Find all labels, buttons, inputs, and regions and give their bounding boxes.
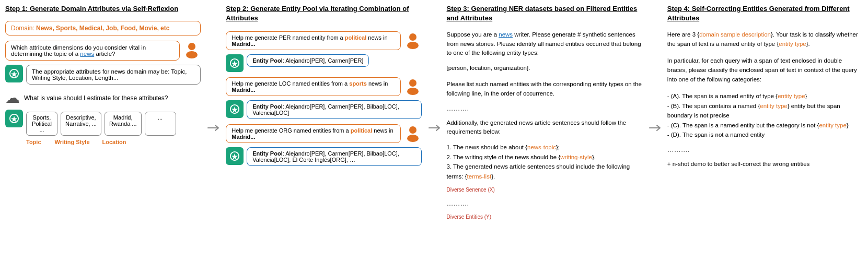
- arrow-2: [427, 4, 442, 220]
- s3-p1-pre: Suppose you are a: [447, 31, 499, 38]
- s4c-orange: entity type: [819, 122, 846, 128]
- s4-p1-o2: entity type: [779, 41, 806, 47]
- s3l1-hl: news-topic: [527, 144, 556, 150]
- s2p2-bold: Madrid...: [232, 87, 255, 93]
- step3-diverse-x-row: Diverse Senence (X): [447, 186, 642, 193]
- s3l3-hl: terms-list: [467, 173, 491, 180]
- step1-gpt-bubble: The appropriate attributes for news doma…: [26, 65, 201, 85]
- s2p1-pre: Help me generate PER named entity from a: [232, 34, 344, 41]
- gpt-avatar-s2-1: [226, 54, 244, 72]
- s3l3-post: }.: [491, 173, 495, 180]
- step1-gpt-row: The appropriate attributes for news doma…: [5, 65, 201, 85]
- step4-footer: + n-shot demo to better self-correct the…: [667, 160, 863, 169]
- gpt-avatar: [5, 65, 23, 82]
- s2p3-pre: Help me generate ORG named entities from…: [232, 127, 350, 134]
- attr-box-topic: Sports,Political...: [26, 112, 57, 136]
- cloud-icon: ☁: [5, 91, 20, 105]
- step4-item-c: - (C). The span is a named entity but th…: [667, 121, 863, 130]
- svg-point-2: [409, 33, 416, 41]
- step2-entity-pool-1: Entity Pool: Alejandro[PER], Carmen[PER]: [247, 54, 369, 67]
- step1-column: Step 1: Generate Domain Attributes via S…: [5, 4, 201, 220]
- user-bubble-link: news: [80, 51, 94, 57]
- person-avatar-4: [404, 124, 422, 142]
- svg-point-7: [407, 135, 419, 142]
- step2-pair2-gpt: Entity Pool: Alejandro[PER], Carmen[PER]…: [226, 100, 421, 119]
- step1-user-bubble: Which attribute dimensions do you consid…: [5, 41, 180, 61]
- diverse-y-label: Diverse Entities (Y): [447, 213, 642, 220]
- svg-point-5: [407, 88, 419, 95]
- cloud-text: What is value should I estimate for thes…: [24, 94, 168, 102]
- ep2-bold: Entity Pool: [252, 103, 282, 110]
- s3l2-pre: 2. The writing style of the news should …: [447, 154, 561, 160]
- s4b-orange: entity type: [760, 103, 787, 109]
- step2-user-bubble-1: Help me generate PER named entity from a…: [226, 31, 400, 50]
- step3-title: Step 3: Generating NER datasets based on…: [447, 4, 642, 23]
- step3-entity-types: [person, location, organization].: [447, 64, 642, 73]
- step3-list-1: 1. The news should be about {news-topic}…: [447, 143, 642, 152]
- step3-para3: Additionally, the generated news article…: [447, 118, 642, 137]
- step3-dots1: ……….: [447, 104, 642, 112]
- step2-column: Step 2: Generate Entity Pool via Iterati…: [226, 4, 421, 220]
- s2p2-post: news in: [367, 80, 388, 87]
- user-bubble-pre: Which attribute dimensions do you consid…: [11, 44, 146, 57]
- s2p1-post: news in: [366, 34, 387, 41]
- svg-point-0: [188, 43, 195, 50]
- step1-user-chat-row: Which attribute dimensions do you consid…: [5, 41, 201, 61]
- s4-p1-pre: Here are 3 {: [667, 31, 699, 38]
- step3-list-2: 2. The writing style of the news should …: [447, 152, 642, 162]
- step2-entity-pool-2: Entity Pool: Alejandro[PER], Carmen[PER]…: [247, 100, 421, 119]
- step4-para2: In particular, for each query with a spa…: [667, 56, 863, 84]
- main-container: Step 1: Generate Domain Attributes via S…: [0, 0, 868, 224]
- s2p1-orange: political: [345, 34, 367, 41]
- arrow-3: [647, 4, 662, 220]
- attr-label-topic: Topic: [26, 139, 41, 145]
- step3-para2: Please list such named entities with the…: [447, 80, 642, 98]
- s3l2-post: }.: [592, 154, 596, 160]
- step2-pair3-user: Help me generate ORG named entities from…: [226, 124, 421, 143]
- attr-label-style: Writing Style: [55, 139, 90, 145]
- s4-p1-end: }.: [806, 41, 810, 47]
- s2p1-bold: Madrid...: [232, 41, 255, 47]
- domain-label: Domain:: [11, 25, 34, 32]
- user-bubble-end: article?: [94, 51, 115, 57]
- step3-para1: Suppose you are a news writer. Please ge…: [447, 30, 642, 57]
- step3-list-3: 3. The generated news article sentences …: [447, 162, 642, 181]
- step1-cloud-think: ☁ What is value should I estimate for th…: [5, 91, 201, 105]
- step3-dots2: ……….: [447, 199, 642, 207]
- step2-pair2-user: Help me generate LOC named entities from…: [226, 77, 421, 96]
- step4-item-d: - (D). The span is not a named entity: [667, 130, 863, 139]
- domain-values: News, Sports, Medical, Job, Food, Movie,…: [36, 25, 169, 32]
- step2-entity-pool-3: Entity Pool: Alejandro[PER], Carmen[PER]…: [247, 147, 421, 166]
- step4-column: Step 4: Self-Correcting Entities Generat…: [667, 4, 863, 220]
- step2-user-bubble-2: Help me generate LOC named entities from…: [226, 77, 400, 96]
- s2p2-pre: Help me generate LOC named entities from…: [232, 80, 349, 87]
- s2p2-orange: sports: [349, 80, 367, 87]
- arrow-1: [206, 4, 221, 220]
- step2-pair1-user: Help me generate PER named entity from a…: [226, 31, 421, 50]
- step4-item-b: - (B). The span contains a named {entity…: [667, 101, 863, 121]
- attr-label-location: Location: [102, 139, 126, 145]
- step4-list: - (A). The span is a named entity of typ…: [667, 91, 863, 139]
- step2-title: Step 2: Generate Entity Pool via Iterati…: [226, 4, 421, 23]
- svg-point-1: [186, 51, 198, 58]
- s3l2-hl: writing-style: [560, 154, 592, 160]
- step1-gpt-attr-row: Sports,Political... Descriptive,Narrativ…: [5, 110, 201, 145]
- step1-title: Step 1: Generate Domain Attributes via S…: [5, 4, 201, 14]
- attr-label-row: Topic Writing Style Location: [26, 139, 201, 145]
- attribute-boxes-row: Sports,Political... Descriptive,Narrativ…: [26, 112, 201, 136]
- person-avatar-2: [404, 31, 422, 49]
- s2p3-post: news in: [372, 127, 393, 134]
- s3l1-post: };: [556, 144, 560, 150]
- step2-pair3-gpt: Entity Pool: Alejandro[PER], Carmen[PER]…: [226, 147, 421, 166]
- attr-box-style: Descriptive,Narrative, ...: [61, 112, 101, 136]
- diverse-x-label: Diverse Senence (X): [447, 186, 495, 193]
- gpt-avatar-s2-3: [226, 147, 244, 165]
- step2-user-bubble-3: Help me generate ORG named entities from…: [226, 124, 400, 143]
- ep1-bold: Entity Pool: [252, 57, 282, 64]
- gpt-avatar-2: [5, 110, 23, 127]
- s3-p1-link: news: [499, 31, 513, 38]
- step3-column: Step 3: Generating NER datasets based on…: [447, 4, 642, 220]
- gpt-avatar-s2-2: [226, 100, 244, 118]
- s3l1-pre: 1. The news should be about {: [447, 144, 528, 150]
- svg-point-3: [407, 42, 419, 49]
